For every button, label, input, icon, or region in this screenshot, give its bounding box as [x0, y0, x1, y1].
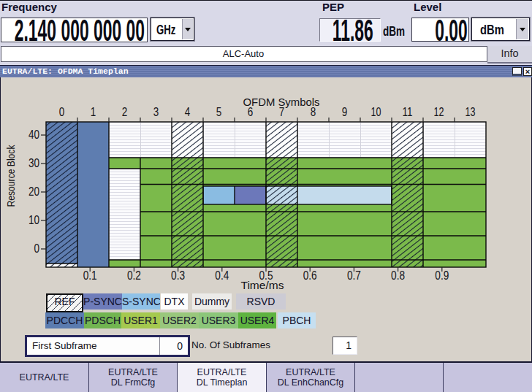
svg-text:0.9: 0.9: [435, 269, 449, 282]
svg-text:Resource Block: Resource Block: [4, 145, 17, 207]
svg-text:0: 0: [59, 105, 65, 118]
svg-text:12: 12: [434, 105, 444, 118]
svg-text:0.4: 0.4: [215, 269, 229, 282]
svg-text:3: 3: [153, 105, 159, 118]
svg-text:7: 7: [279, 105, 285, 118]
svg-text:4: 4: [185, 105, 191, 118]
svg-text:10: 10: [371, 105, 381, 118]
svg-text:0.7: 0.7: [347, 269, 361, 282]
svg-text:9: 9: [342, 105, 348, 118]
svg-text:30: 30: [28, 156, 39, 169]
svg-text:0: 0: [34, 242, 40, 255]
svg-text:13: 13: [466, 105, 476, 118]
svg-text:20: 20: [28, 185, 39, 198]
svg-text:11: 11: [403, 105, 413, 118]
svg-text:6: 6: [248, 105, 254, 118]
svg-text:10: 10: [28, 213, 39, 226]
svg-text:40: 40: [28, 128, 39, 141]
svg-text:0.1: 0.1: [83, 269, 97, 282]
svg-text:0.8: 0.8: [391, 269, 405, 282]
svg-text:8: 8: [311, 105, 316, 118]
svg-text:0.2: 0.2: [127, 269, 141, 282]
svg-text:Time/ms: Time/ms: [241, 279, 284, 291]
svg-text:0.6: 0.6: [303, 269, 317, 282]
svg-text:0.3: 0.3: [171, 269, 185, 282]
svg-text:2: 2: [122, 105, 128, 118]
svg-text:1: 1: [91, 105, 96, 118]
svg-text:5: 5: [216, 105, 222, 118]
